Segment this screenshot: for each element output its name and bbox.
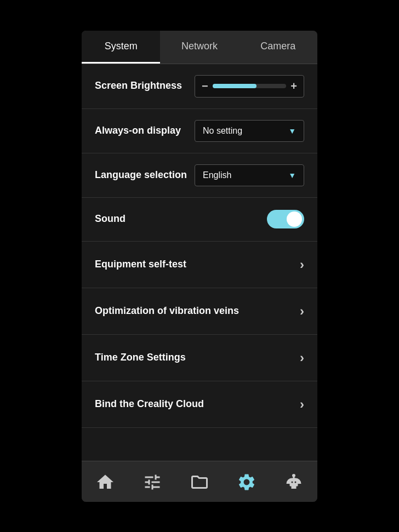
- language-dropdown-arrow: ▼: [288, 171, 296, 180]
- language-selection-row: Language selection English ▼: [82, 153, 317, 198]
- tab-bar: System Network Camera: [82, 31, 317, 64]
- sound-toggle[interactable]: [267, 210, 304, 228]
- brightness-increase-button[interactable]: +: [290, 80, 297, 93]
- brightness-decrease-button[interactable]: −: [202, 80, 208, 93]
- device-frame: System Network Camera Screen Brightness …: [82, 31, 317, 502]
- bottom-nav-robot[interactable]: [270, 469, 317, 495]
- bottom-navigation: [82, 461, 317, 502]
- brightness-label: Screen Brightness: [95, 79, 195, 92]
- tab-system[interactable]: System: [82, 31, 160, 64]
- tab-camera[interactable]: Camera: [239, 31, 317, 64]
- files-icon: [190, 472, 209, 492]
- bind-creality-cloud-chevron: ›: [300, 397, 304, 412]
- tab-network[interactable]: Network: [160, 31, 238, 64]
- bottom-nav-settings[interactable]: [223, 469, 270, 495]
- time-zone-settings-chevron: ›: [300, 350, 304, 365]
- always-on-display-label: Always-on display: [95, 124, 195, 137]
- always-on-display-arrow: ▼: [288, 127, 296, 135]
- brightness-fill: [213, 84, 257, 88]
- always-on-display-row: Always-on display No setting ▼: [82, 109, 317, 153]
- home-icon: [95, 472, 115, 492]
- sound-label: Sound: [95, 213, 267, 225]
- equipment-self-test-label: Equipment self-test: [95, 258, 186, 271]
- brightness-row: Screen Brightness − +: [82, 64, 317, 109]
- bottom-nav-home[interactable]: [82, 469, 129, 495]
- settings-content: Screen Brightness − + Always-on display …: [82, 64, 317, 461]
- language-selection-dropdown[interactable]: English ▼: [195, 164, 304, 186]
- brightness-control[interactable]: − +: [195, 75, 304, 98]
- optimization-vibration-label: Optimization of vibration veins: [95, 305, 239, 317]
- bind-creality-cloud-row[interactable]: Bind the Creality Cloud ›: [82, 381, 317, 428]
- time-zone-settings-label: Time Zone Settings: [95, 351, 186, 364]
- sliders-icon: [142, 472, 162, 492]
- optimization-vibration-chevron: ›: [300, 304, 304, 319]
- bind-creality-cloud-label: Bind the Creality Cloud: [95, 398, 204, 410]
- equipment-self-test-row[interactable]: Equipment self-test ›: [82, 242, 317, 288]
- equipment-self-test-chevron: ›: [300, 257, 304, 272]
- always-on-display-value: No setting: [203, 126, 242, 136]
- gear-icon: [237, 472, 256, 492]
- sound-toggle-knob: [287, 211, 302, 227]
- robot-icon: [284, 472, 304, 492]
- time-zone-settings-row[interactable]: Time Zone Settings ›: [82, 335, 317, 381]
- language-selection-label: Language selection: [95, 169, 195, 181]
- brightness-slider[interactable]: [213, 84, 287, 88]
- bottom-nav-sliders[interactable]: [129, 469, 176, 495]
- optimization-vibration-row[interactable]: Optimization of vibration veins ›: [82, 288, 317, 335]
- language-selection-value: English: [203, 170, 231, 180]
- sound-row: Sound: [82, 198, 317, 242]
- bottom-nav-files[interactable]: [176, 469, 223, 495]
- always-on-display-dropdown[interactable]: No setting ▼: [195, 120, 304, 142]
